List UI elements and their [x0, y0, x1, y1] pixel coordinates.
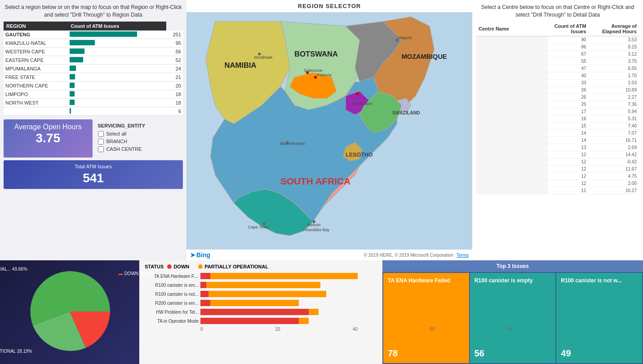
region-table-row[interactable]: 6 — [4, 107, 183, 115]
centre-avg-cell: 3.12 — [589, 50, 639, 57]
centre-avg-cell: -0.42 — [589, 158, 639, 165]
centre-name-cell — [476, 165, 548, 172]
region-bar-cell — [68, 56, 166, 64]
bar-stack — [200, 273, 358, 279]
centre-table-row[interactable]: 1214.42 — [476, 151, 639, 158]
svg-text:BOTSWANA: BOTSWANA — [294, 50, 338, 58]
centre-table-row[interactable]: 860.15 — [476, 43, 639, 50]
centre-table-row[interactable]: 157.40 — [476, 122, 639, 129]
region-table-row[interactable]: EASTERN CAPE52 — [4, 56, 183, 64]
bar-label: R100 canister is em... — [145, 283, 199, 288]
region-bar-cell — [68, 73, 166, 81]
region-table-row[interactable]: FREE STATE21 — [4, 73, 183, 81]
se-checkbox-item[interactable]: BRANCH — [98, 139, 180, 145]
region-table-row[interactable]: MPUMALANGA24 — [4, 64, 183, 73]
centre-count-cell: 25 — [548, 101, 589, 108]
centre-table-row[interactable]: 262.27 — [476, 93, 639, 101]
top3-title: Top 3 Issues — [382, 260, 643, 272]
centre-table-row[interactable]: 165.31 — [476, 115, 639, 122]
svg-text:Windhoek: Windhoek — [254, 55, 273, 60]
region-name-cell: MPUMALANGA — [4, 64, 68, 73]
centre-count-cell: 26 — [548, 86, 589, 93]
centre-table-row[interactable]: 124.75 — [476, 172, 639, 180]
centre-table-row[interactable]: 2610.69 — [476, 86, 639, 93]
bar-row: R100 canister is em... — [145, 282, 377, 288]
bar-stack — [200, 309, 319, 315]
se-checkbox-item[interactable]: CASH CENTRE — [98, 146, 180, 152]
centre-name-cell — [476, 136, 548, 144]
x-tick: 60 — [430, 327, 435, 332]
left-instructions: Select a region below or on the map to f… — [4, 4, 183, 19]
bar-label: HW Problem for Tel... — [145, 310, 199, 315]
region-table-row[interactable]: NORTH WEST18 — [4, 98, 183, 107]
centre-table-row[interactable]: 332.03 — [476, 79, 639, 86]
region-name-cell: NORTHERN CAPE — [4, 81, 68, 90]
centre-name-cell — [476, 93, 548, 101]
region-name-cell — [4, 107, 68, 115]
status-legend: STATUS DOWN PARTIALLY OPERATIONAL — [145, 264, 377, 269]
region-count-cell: 95 — [166, 39, 183, 47]
centre-table-row[interactable]: 175.94 — [476, 108, 639, 115]
centre-table-row[interactable]: 401.70 — [476, 72, 639, 79]
centre-avg-cell: 10.69 — [589, 86, 639, 93]
centre-count-cell: 86 — [548, 43, 589, 50]
bar-label: R100 canister is not... — [145, 292, 199, 297]
centre-table-row[interactable]: 1110.27 — [476, 187, 639, 194]
avg-open-hours-value: 3.75 — [7, 131, 89, 145]
centre-name-cell — [476, 172, 548, 180]
centre-table-row[interactable]: 476.55 — [476, 65, 639, 72]
centre-name-cell — [476, 50, 548, 57]
centre-table-row[interactable]: 132.69 — [476, 144, 639, 151]
centre-avg-cell: 1.70 — [589, 72, 639, 79]
region-table-row[interactable]: GAUTENG251 — [4, 31, 183, 39]
map-container[interactable]: NAMIBIA BOTSWANA MOZAMBIQUE SWAZILAND LE… — [186, 12, 472, 250]
bar-row: TA ENA Hardware F.... — [145, 273, 377, 279]
se-title: SERVICING_ENTITY — [98, 123, 180, 128]
region-bar-cell — [68, 39, 166, 47]
down-legend-label: DOWN — [173, 264, 189, 269]
right-instructions: Select a Centre below to focus on that C… — [476, 4, 639, 19]
centre-avg-cell: 6.55 — [589, 65, 639, 72]
centre-table-row[interactable]: 147.07 — [476, 129, 639, 136]
centre-count-cell: 47 — [548, 65, 589, 72]
down-dot — [167, 264, 172, 269]
bar-segment-partial — [299, 318, 309, 324]
top3-card: R100 canister is empty56 — [470, 273, 556, 363]
left-panel: Select a region below or on the map to f… — [0, 0, 186, 260]
centre-table-row[interactable]: 12-0.42 — [476, 158, 639, 165]
bar-segment-partial — [210, 273, 358, 279]
centre-avg-cell: 2.03 — [589, 79, 639, 86]
centre-name-cell — [476, 79, 548, 86]
map-panel: REGION SELECTOR — [186, 0, 472, 260]
se-checkbox-item[interactable]: Select all — [98, 131, 180, 137]
centre-table-row[interactable]: 903.53 — [476, 36, 639, 43]
centre-name-cell — [476, 43, 548, 50]
centre-table-row[interactable]: 1211.67 — [476, 165, 639, 172]
centre-avg-cell: 14.42 — [589, 151, 639, 158]
region-bar-cell — [68, 47, 166, 56]
centre-table-row[interactable]: 673.12 — [476, 50, 639, 57]
avg-open-hours-label: Average Open Hours — [7, 123, 89, 131]
svg-text:Gaborone: Gaborone — [304, 68, 323, 73]
centre-table-row[interactable]: 553.75 — [476, 57, 639, 65]
terms-link[interactable]: Terms — [457, 253, 469, 258]
centre-count-cell: 40 — [548, 72, 589, 79]
region-name-cell: NORTH WEST — [4, 98, 68, 107]
centre-table-row[interactable]: 257.36 — [476, 101, 639, 108]
centre-name-cell — [476, 158, 548, 165]
region-count-cell: 56 — [166, 47, 183, 56]
top3-card-count: 49 — [561, 348, 638, 359]
region-col-header: REGION — [4, 22, 68, 31]
centre-table-row[interactable]: 122.00 — [476, 180, 639, 187]
centre-table-row[interactable]: 1416.71 — [476, 136, 639, 144]
region-table-row[interactable]: KWAZULU-NATAL95 — [4, 39, 183, 47]
region-bar-cell — [68, 98, 166, 107]
bar-stack — [200, 291, 326, 297]
region-table-row[interactable]: NORTHERN CAPE20 — [4, 81, 183, 90]
centre-count-cell: 16 — [548, 115, 589, 122]
region-table-row[interactable]: LIMPOPO18 — [4, 90, 183, 98]
centre-avg-header: Average of Elapsed Hours — [589, 22, 639, 36]
svg-text:Bloemfontein: Bloemfontein — [280, 141, 305, 146]
bar-segment-partial — [210, 300, 299, 306]
region-table-row[interactable]: WESTERN CAPE56 — [4, 47, 183, 56]
